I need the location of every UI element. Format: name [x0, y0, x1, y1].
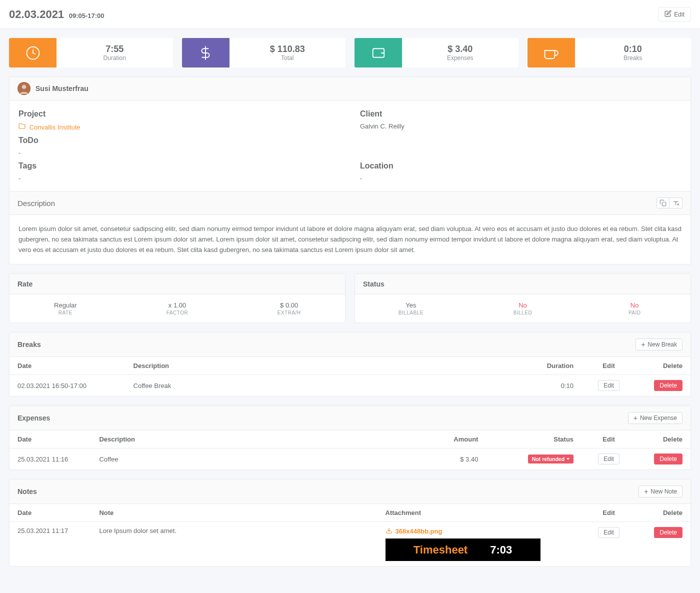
preview-time: 7:03: [490, 544, 512, 556]
notes-table: Date Note Attachment Edit Delete 25.03.2…: [10, 504, 690, 566]
folder-icon: [18, 124, 28, 131]
notes-title: Notes: [18, 488, 37, 496]
field-project-label: Project: [18, 110, 340, 118]
description-title: Description: [18, 199, 55, 208]
note-edit-button[interactable]: Edit: [598, 527, 620, 538]
download-icon: [386, 527, 392, 536]
expenses-col-desc: Description: [91, 430, 390, 448]
user-row: Susi Musterfrau: [10, 77, 690, 100]
note-text: Lore Ipsum dolor set amet.: [91, 522, 377, 566]
preview-title: Timesheet: [414, 544, 468, 556]
project-link[interactable]: Convallis Institute: [30, 124, 80, 131]
table-row: 25.03.2021 11:16 Coffee $ 3.40 Not refun…: [10, 448, 690, 470]
new-expense-label: New Expense: [640, 414, 677, 422]
breaks-col-date: Date: [10, 357, 126, 375]
breaks-title: Breaks: [18, 340, 41, 348]
pencil-icon: [664, 10, 672, 18]
avatar: [18, 82, 30, 95]
table-row: 25.03.2021 11:17 Lore Ipsum dolor set am…: [10, 522, 690, 566]
note-delete-button[interactable]: Delete: [654, 527, 682, 538]
rate-card: Rate Regular RATE x 1.00 FACTOR $ 0.00 E…: [9, 274, 346, 323]
field-tags: Tags -: [18, 162, 340, 182]
stat-duration-value: 7:55: [106, 44, 124, 54]
breaks-table: Date Description Duration Edit Delete 02…: [10, 357, 690, 396]
notes-col-date: Date: [10, 504, 91, 522]
attachment-preview: Timesheet 7:03: [386, 538, 540, 561]
stat-duration: 7:55 Duration: [9, 38, 173, 68]
description-header: Description: [10, 191, 690, 215]
stats-row: 7:55 Duration $ 110.83 Total $ 3.40 Expe…: [9, 38, 691, 68]
rate-sub-0: RATE: [10, 310, 122, 316]
svg-point-5: [22, 84, 26, 89]
break-duration: 0:10: [500, 375, 582, 396]
status-value-2: No: [578, 302, 690, 309]
notes-col-edit: Edit: [582, 504, 636, 522]
caret-down-icon: [566, 458, 570, 460]
note-attachment: 368x448bb.png Timesheet 7:03: [378, 522, 582, 566]
new-break-label: New Break: [648, 341, 677, 348]
field-client-value: Galvin C. Reilly: [360, 122, 682, 130]
breaks-col-desc: Description: [126, 357, 500, 375]
edit-button[interactable]: Edit: [658, 7, 691, 22]
expenses-table: Date Description Amount Status Edit Dele…: [10, 430, 690, 470]
expenses-col-edit: Edit: [582, 430, 636, 448]
plus-icon: +: [634, 414, 638, 422]
new-break-button[interactable]: + New Break: [636, 338, 682, 350]
status-sub-2: PAID: [578, 310, 690, 316]
expenses-col-date: Date: [10, 430, 91, 448]
rate-title: Rate: [18, 280, 32, 288]
edit-button-label: Edit: [674, 11, 684, 18]
field-tags-label: Tags: [18, 162, 340, 170]
copy-icon-button[interactable]: [656, 198, 670, 208]
stat-breaks-label: Breaks: [624, 54, 642, 62]
plus-icon: +: [644, 488, 648, 495]
expenses-col-delete: Delete: [636, 430, 690, 448]
notes-col-note: Note: [91, 504, 377, 522]
rate-value-0: Regular: [10, 302, 122, 309]
new-expense-button[interactable]: + New Expense: [628, 412, 682, 424]
field-todo-value: -: [18, 149, 340, 156]
description-text: Lorem ipsum dolor sit amet, consetetur s…: [10, 215, 690, 264]
stat-duration-label: Duration: [104, 54, 126, 62]
table-row: 02.03.2021 16:50-17:00 Coffee Break 0:10…: [10, 375, 690, 396]
breaks-card: Breaks + New Break Date Description Dura…: [9, 332, 691, 396]
expense-amount: $ 3.40: [391, 448, 486, 470]
attachment-filename: 368x448bb.png: [396, 528, 442, 535]
status-sub-1: BILLED: [467, 310, 579, 316]
new-note-label: New Note: [650, 488, 677, 495]
status-sub-0: BILLABLE: [355, 310, 467, 316]
rate-sub-2: EXTRA/H: [233, 310, 345, 316]
field-todo-label: ToDo: [18, 136, 340, 145]
field-location-value: -: [360, 174, 682, 182]
field-todo: ToDo -: [18, 136, 340, 156]
break-delete-button[interactable]: Delete: [654, 380, 682, 391]
clock-icon: [9, 38, 56, 68]
attachment-link[interactable]: 368x448bb.png: [386, 527, 442, 536]
expense-edit-button[interactable]: Edit: [598, 454, 620, 464]
stat-total-label: Total: [281, 54, 294, 62]
status-value-1: No: [467, 302, 579, 309]
status-title: Status: [363, 280, 384, 288]
stat-total: $ 110.83 Total: [182, 38, 346, 68]
expenses-title: Expenses: [18, 414, 50, 422]
break-edit-button[interactable]: Edit: [598, 380, 620, 391]
notes-card: Notes + New Note Date Note Attachment Ed…: [9, 479, 691, 566]
svg-rect-6: [662, 202, 666, 206]
clear-format-icon-button[interactable]: [670, 198, 682, 208]
stat-breaks: 0:10 Breaks: [528, 38, 692, 68]
field-project: Project Convallis Institute: [18, 110, 340, 131]
fields-grid: Project Convallis Institute Client Galvi…: [10, 100, 690, 191]
stat-total-value: $ 110.83: [270, 44, 305, 54]
field-location-label: Location: [360, 162, 682, 170]
dollar-icon: [182, 38, 230, 68]
expense-delete-button[interactable]: Delete: [654, 454, 682, 464]
expense-status-badge[interactable]: Not refunded: [528, 454, 574, 464]
breaks-col-delete: Delete: [636, 357, 690, 375]
status-card: Status Yes BILLABLE No BILLED No PAID: [354, 274, 691, 323]
break-desc: Coffee Break: [126, 375, 500, 396]
new-note-button[interactable]: + New Note: [638, 486, 682, 498]
notes-col-attachment: Attachment: [378, 504, 582, 522]
stat-expenses-value: $ 3.40: [448, 44, 472, 54]
rate-value-1: x 1.00: [122, 302, 234, 309]
break-date: 02.03.2021 16:50-17:00: [10, 375, 126, 396]
